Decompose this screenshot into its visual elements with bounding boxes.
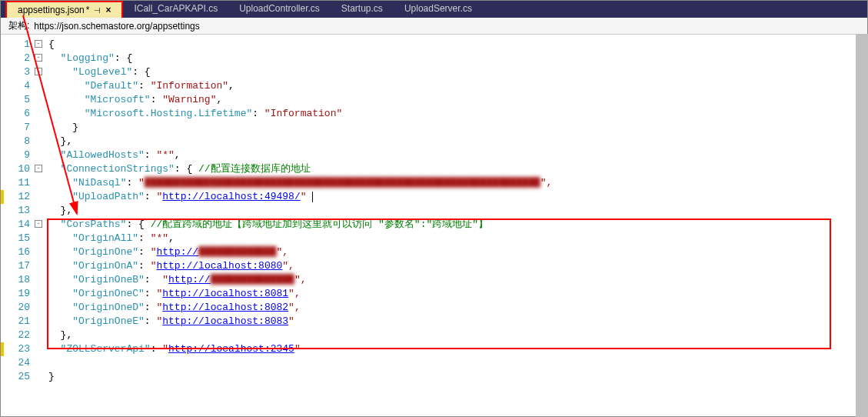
line-number: 15: [18, 232, 30, 244]
url-link[interactable]: http://localhost:8082: [162, 302, 288, 313]
redacted-text: ██████████████: [211, 274, 294, 285]
tab-label: appsettings.json: [18, 5, 85, 15]
line-number: 6: [24, 108, 30, 119]
line-number: 22: [18, 329, 30, 341]
line-number: 2: [24, 52, 30, 64]
change-marker: [1, 342, 4, 356]
fold-icon[interactable]: -: [35, 40, 42, 48]
line-number: 13: [18, 205, 30, 216]
code-line: "OriginOne": "http://█████████████",: [44, 245, 867, 259]
schema-bar: 架构: https://json.schemastore.org/appsett…: [1, 18, 867, 35]
line-number: 12: [18, 191, 30, 202]
schema-url[interactable]: https://json.schemastore.org/appsettings: [34, 21, 199, 32]
url-link[interactable]: http://: [168, 274, 211, 285]
code-line: "OriginOnA": "http://localhost:8080",: [44, 259, 867, 273]
pin-icon[interactable]: ⊣: [94, 6, 101, 15]
code-area[interactable]: { "Logging": { "LogLevel": { "Default": …: [44, 35, 867, 416]
code-line: "Microsoft.Hosting.Lifetime": "Informati…: [44, 107, 867, 121]
code-line: },: [44, 204, 867, 218]
line-number: 20: [18, 302, 30, 313]
code-line: {: [44, 38, 867, 52]
line-number: 7: [24, 122, 30, 133]
code-line: },: [44, 135, 867, 148]
code-line: "CorsPaths": { //配置跨域的地址【跨域地址加到这里就可以访问 "…: [44, 218, 867, 232]
line-number: 10: [18, 163, 30, 175]
close-icon[interactable]: ×: [105, 5, 111, 15]
code-line: "LogLevel": {: [44, 65, 867, 79]
code-line: }: [44, 121, 867, 135]
line-gutter: 1- 2- 3- 4 5 6 7 8 9 10- 11 12 13 14- 15…: [1, 35, 44, 416]
code-line: "AllowedHosts": "*",: [44, 148, 867, 162]
code-line: "OriginAll": "*",: [44, 232, 867, 245]
line-number: 19: [18, 288, 30, 299]
tab-bar: appsettings.json*⊣× ICall_CarAPKAPI.cs U…: [1, 1, 867, 18]
tab-uploadcontroller[interactable]: UploadController.cs: [228, 1, 331, 18]
fold-icon[interactable]: -: [35, 220, 42, 228]
line-number: 18: [18, 274, 30, 285]
code-line: "Default": "Information",: [44, 79, 867, 93]
tab-label: UploadServer.cs: [404, 3, 472, 14]
code-editor[interactable]: 1- 2- 3- 4 5 6 7 8 9 10- 11 12 13 14- 15…: [1, 35, 867, 416]
text-cursor: [312, 192, 313, 202]
url-link[interactable]: http://localhost:8083: [162, 315, 288, 327]
line-number: 9: [24, 149, 30, 161]
code-line: }: [44, 370, 867, 384]
line-number: 8: [24, 135, 30, 147]
redacted-text: ████████████████████████████████████████…: [145, 177, 540, 188]
line-number: 3: [24, 66, 30, 78]
code-line: "OriginOneC": "http://localhost:8081",: [44, 287, 867, 301]
fold-icon[interactable]: -: [35, 54, 42, 62]
line-number: 11: [18, 177, 30, 188]
line-number: 25: [18, 371, 30, 382]
schema-label: 架构:: [8, 19, 29, 32]
tab-appsettings[interactable]: appsettings.json*⊣×: [5, 1, 123, 18]
code-line: "UploadPath": "http://localhost:49498/": [44, 190, 867, 204]
tab-startup[interactable]: Startup.cs: [331, 1, 394, 18]
line-number: 23: [18, 343, 30, 355]
code-line: "Microsoft": "Warning",: [44, 93, 867, 107]
modified-indicator: *: [86, 5, 90, 15]
tab-label: ICall_CarAPKAPI.cs: [134, 3, 218, 14]
line-number: 24: [18, 357, 30, 369]
tab-label: UploadController.cs: [239, 3, 320, 14]
code-line: "NiDasql": "████████████████████████████…: [44, 176, 867, 190]
code-line: "Logging": {: [44, 52, 867, 65]
line-number: 16: [18, 246, 30, 258]
tab-uploadserver[interactable]: UploadServer.cs: [394, 1, 483, 18]
fold-icon[interactable]: -: [35, 68, 42, 75]
url-link[interactable]: http://localhost:49498/: [162, 191, 300, 202]
line-number: 17: [18, 260, 30, 272]
code-line: },: [44, 329, 867, 342]
fold-icon[interactable]: -: [35, 165, 42, 172]
line-number: 1: [24, 38, 30, 50]
redacted-text: █████████████: [198, 246, 276, 258]
code-line: "ZOLLServerApi": "http://localhost:2345": [44, 342, 867, 356]
code-line: "OriginOneD": "http://localhost:8082",: [44, 301, 867, 315]
url-link[interactable]: http://localhost:8080: [156, 260, 282, 272]
line-number: 4: [24, 80, 30, 92]
tab-icall[interactable]: ICall_CarAPKAPI.cs: [123, 1, 228, 18]
line-number: 14: [18, 219, 30, 230]
change-marker: [1, 190, 4, 204]
scrollbar-thumb[interactable]: [856, 34, 868, 417]
line-number: 5: [24, 94, 30, 105]
url-link[interactable]: http://localhost:2345: [168, 343, 294, 355]
code-line: "OriginOneB": "http://██████████████",: [44, 273, 867, 287]
url-link[interactable]: http://: [156, 246, 198, 258]
code-line: "OriginOneE": "http://localhost:8083": [44, 315, 867, 329]
line-number: 21: [18, 315, 30, 327]
code-line: "ConnectionStrings": { //配置连接数据库的地址: [44, 162, 867, 176]
vertical-scrollbar[interactable]: [856, 34, 868, 417]
tab-label: Startup.cs: [341, 3, 383, 14]
url-link[interactable]: http://localhost:8081: [162, 288, 288, 299]
code-line: [44, 356, 867, 370]
